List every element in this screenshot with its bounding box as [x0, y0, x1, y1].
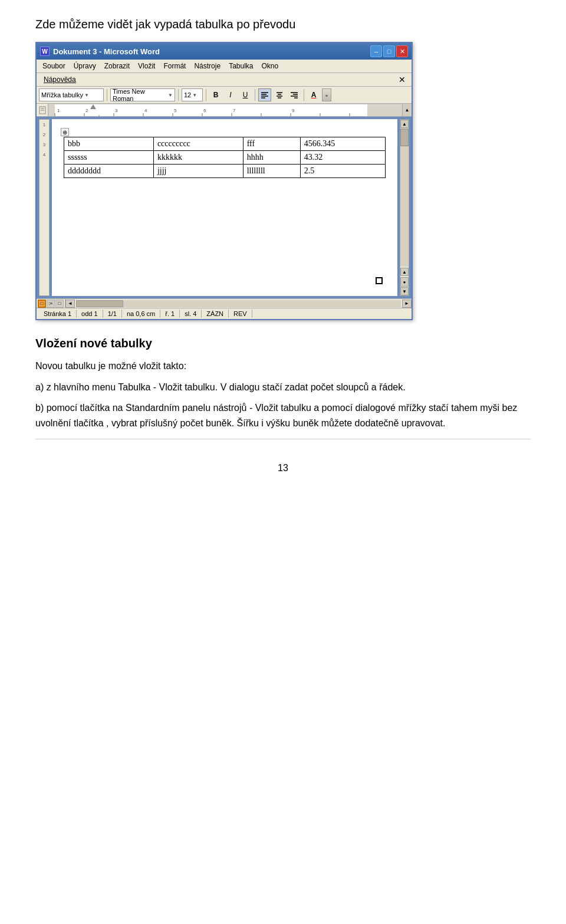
table-cell[interactable]: kkkkkk [153, 151, 243, 165]
toolbar-sep-3 [206, 89, 206, 101]
close-button[interactable]: ✕ [396, 45, 408, 57]
toolbar-sep-5 [304, 89, 304, 101]
table-cell[interactable]: 2.5 [300, 165, 385, 178]
mode-buttons: □ :≡ □ [37, 299, 65, 308]
status-rec: ZÁZN [202, 310, 229, 318]
size-dropdown[interactable]: 12 ▼ [182, 88, 203, 101]
page-heading: Zde můžeme vidět jak vypadá tabulka po p… [35, 18, 531, 31]
align-right-icon [290, 91, 298, 98]
menu-soubor[interactable]: Soubor [39, 61, 69, 71]
table-cell[interactable]: jjjj [153, 165, 243, 178]
font-dropdown-text: Times New Roman [113, 88, 167, 102]
toolbar-more-button[interactable]: » [322, 88, 331, 101]
align-left-icon [261, 91, 269, 98]
body-para-1: Novou tabulku je možné vložit takto: [35, 359, 531, 374]
table-row: dddddddd jjjj llllllll 2.5 [64, 165, 386, 178]
vertical-scrollbar: ▲ ▲ ● ▼ [400, 119, 409, 296]
vertical-ruler: 1 2 3 4 [39, 119, 50, 296]
ruler-scroll-up[interactable]: ▲ [402, 104, 412, 117]
ruler-scroll-up-icon: ▲ [405, 107, 410, 113]
underline-button[interactable]: U [239, 88, 252, 101]
scroll-down-button[interactable]: ▼ [400, 287, 409, 295]
align-center-button[interactable] [273, 88, 286, 101]
page-number: 13 [35, 463, 531, 473]
toolbar-sep-2 [178, 89, 179, 101]
status-col: sl. 4 [180, 310, 202, 318]
table-cell[interactable]: dddddddd [64, 165, 154, 178]
style-dropdown-text: Mřížka tabulky [41, 91, 83, 98]
font-color-button[interactable]: A [307, 88, 320, 101]
ruler: 1 2 3 4 5 6 7 9 [37, 104, 412, 117]
ruler-body: 1 2 3 4 5 6 7 9 [48, 104, 402, 117]
toolbar-sep-4 [255, 89, 255, 101]
font-dropdown[interactable]: Times New Roman ▼ [110, 88, 175, 101]
nav-select-button[interactable]: ● [400, 277, 409, 287]
table-cell[interactable]: hhhh [243, 151, 300, 165]
menu-upravy[interactable]: Úpravy [70, 61, 100, 71]
section-heading: Vložení nové tabulky [35, 337, 531, 350]
table-cell[interactable]: llllllll [243, 165, 300, 178]
svg-text:7: 7 [233, 108, 236, 113]
scroll-right-button[interactable]: ► [402, 300, 412, 308]
scroll-track [400, 129, 409, 267]
scroll-up-button[interactable]: ▲ [400, 120, 409, 128]
table-row: ssssss kkkkkk hhhh 43.32 [64, 151, 386, 165]
menu-tabulka[interactable]: Tabulka [225, 61, 256, 71]
size-dropdown-arrow-icon: ▼ [192, 93, 197, 98]
h-scroll-thumb[interactable] [76, 300, 123, 307]
indent-marker-icon [39, 106, 46, 114]
font-dropdown-arrow-icon: ▼ [168, 93, 173, 98]
content-area: 1 2 3 4 ⊕ bbb ccccccccc fff 4566.345 sss… [37, 117, 412, 298]
word-page: ⊕ bbb ccccccccc fff 4566.345 ssssss kkkk… [52, 119, 397, 296]
table-cell[interactable]: ccccccccc [153, 137, 243, 151]
scroll-left-button[interactable]: ◄ [65, 300, 75, 308]
align-left-button[interactable] [258, 88, 271, 101]
menu-zobrazit[interactable]: Zobrazit [101, 61, 133, 71]
menu-vlozit[interactable]: Vložit [134, 61, 159, 71]
titlebar-left: W Dokument 3 - Microsoft Word [40, 47, 160, 56]
table-cell[interactable]: bbb [64, 137, 154, 151]
web-view-button[interactable]: :≡ [47, 300, 55, 308]
vruler-1: 1 [43, 122, 45, 127]
svg-text:3: 3 [115, 108, 118, 113]
size-dropdown-text: 12 [184, 91, 191, 98]
menu-nastroje[interactable]: Nástroje [190, 61, 224, 71]
help-close-icon[interactable]: ✕ [395, 75, 409, 85]
nav-prev-button[interactable]: ▲ [400, 268, 409, 276]
help-bar: Nápověda ✕ [37, 73, 412, 87]
horizontal-scrollbar: □ :≡ □ ◄ ► [37, 298, 412, 308]
table-cell[interactable]: 43.32 [300, 151, 385, 165]
minimize-button[interactable]: – [370, 45, 382, 57]
normal-view-button[interactable]: □ [38, 300, 46, 308]
table-cell[interactable]: 4566.345 [300, 137, 385, 151]
style-dropdown[interactable]: Mřížka tabulky ▼ [39, 88, 104, 101]
status-position: 1/1 [103, 310, 122, 318]
vruler-4: 4 [43, 152, 45, 157]
status-page: Stránka 1 [39, 310, 77, 318]
scroll-thumb[interactable] [400, 129, 409, 146]
style-dropdown-arrow-icon: ▼ [84, 93, 89, 98]
body-para-2: a) z hlavního menu Tabulka - Vložit tabu… [35, 380, 531, 395]
word-table: bbb ccccccccc fff 4566.345 ssssss kkkkkk… [64, 137, 386, 178]
h-scroll-track [76, 300, 401, 307]
table-cell[interactable]: ssssss [64, 151, 154, 165]
table-row: bbb ccccccccc fff 4566.345 [64, 137, 386, 151]
bold-button[interactable]: B [209, 88, 222, 101]
maximize-button[interactable]: □ [383, 45, 395, 57]
menu-format[interactable]: Formát [160, 61, 189, 71]
table-cell[interactable]: fff [243, 137, 300, 151]
status-row: ř. 1 [160, 310, 180, 318]
menu-okno[interactable]: Okno [258, 61, 282, 71]
ruler-svg: 1 2 3 4 5 6 7 9 [49, 104, 402, 117]
align-right-button[interactable] [288, 88, 301, 101]
status-rev: REV [229, 310, 252, 318]
word-titlebar: W Dokument 3 - Microsoft Word – □ ✕ [37, 43, 412, 60]
print-view-button[interactable]: □ [55, 300, 64, 308]
italic-button[interactable]: I [224, 88, 237, 101]
word-app-icon: W [40, 47, 50, 56]
font-color-label: A [311, 91, 317, 99]
toolbar: Mřížka tabulky ▼ Times New Roman ▼ 12 ▼ … [37, 87, 412, 104]
svg-text:5: 5 [174, 108, 177, 113]
select-all-icon[interactable]: ⊕ [61, 128, 69, 136]
menu-napoveda[interactable]: Nápověda [39, 74, 81, 85]
